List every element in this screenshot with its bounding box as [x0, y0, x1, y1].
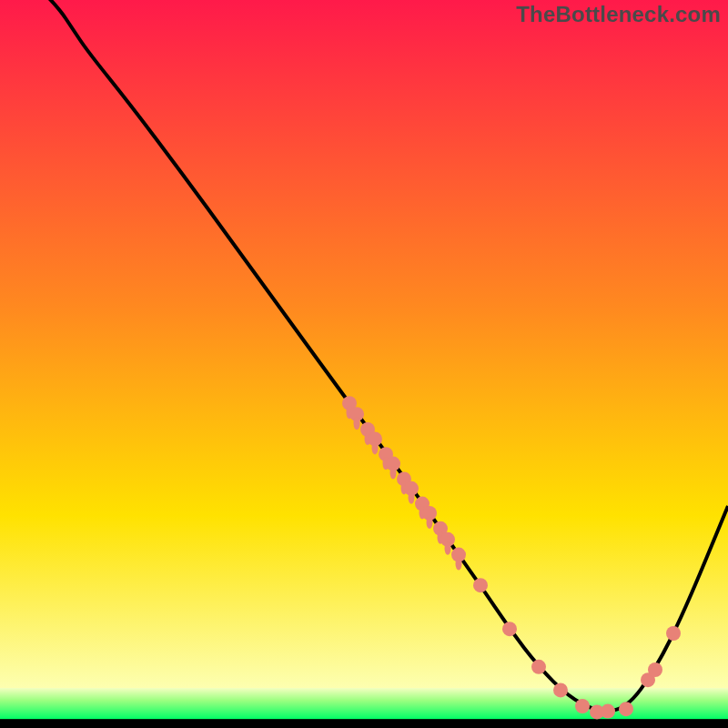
watermark-text: TheBottleneck.com [516, 2, 721, 27]
bottleneck-curve [0, 0, 728, 728]
chart-container: TheBottleneck.com [0, 0, 728, 728]
